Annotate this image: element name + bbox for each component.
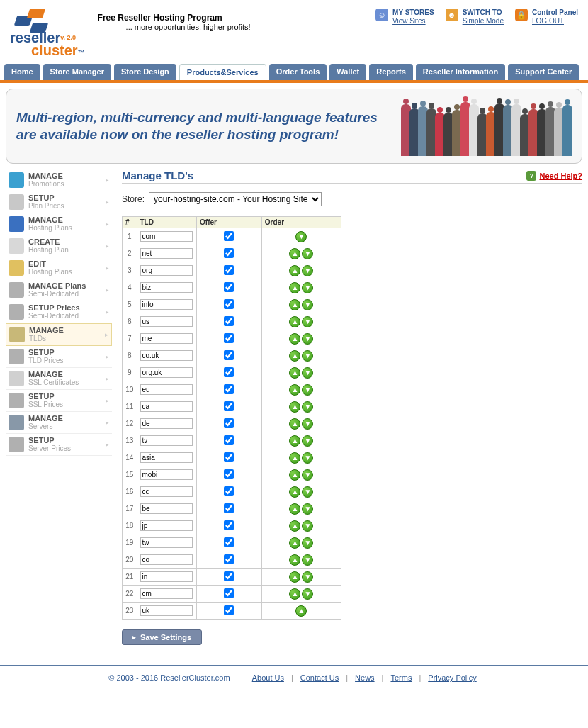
- move-up-button[interactable]: ▲: [289, 435, 300, 447]
- footer-link-about-us[interactable]: About Us: [252, 673, 284, 682]
- sidebar-item-promotions[interactable]: MANAGEPromotions: [6, 169, 112, 191]
- move-up-button[interactable]: ▲: [289, 537, 300, 549]
- move-down-button[interactable]: ▼: [302, 401, 313, 413]
- offer-checkbox[interactable]: [224, 350, 234, 360]
- nav-reports[interactable]: Reports: [369, 64, 413, 80]
- offer-checkbox[interactable]: [224, 418, 234, 428]
- move-down-button[interactable]: ▼: [302, 265, 313, 276]
- offer-checkbox[interactable]: [224, 316, 234, 326]
- tld-input[interactable]: [140, 248, 193, 259]
- tld-input[interactable]: [140, 605, 193, 616]
- move-down-button[interactable]: ▼: [302, 452, 313, 464]
- sidebar-item-semi-dedicated[interactable]: SETUP PricesSemi-Dedicated: [6, 301, 112, 323]
- sidebar-item-ssl-prices[interactable]: SETUPSSL Prices: [6, 390, 112, 412]
- logo[interactable]: resellerv. 2.0 cluster™: [10, 9, 85, 60]
- tld-input[interactable]: [140, 588, 193, 599]
- sidebar-item-tld-prices[interactable]: SETUPTLD Prices: [6, 346, 112, 368]
- offer-checkbox[interactable]: [224, 401, 234, 411]
- offer-checkbox[interactable]: [224, 333, 234, 343]
- footer-link-terms[interactable]: Terms: [390, 673, 412, 682]
- nav-store-manager[interactable]: Store Manager: [43, 64, 111, 80]
- move-up-button[interactable]: ▲: [289, 486, 300, 498]
- footer-link-contact-us[interactable]: Contact Us: [300, 673, 339, 682]
- move-up-button[interactable]: ▲: [289, 554, 300, 566]
- tld-input[interactable]: [140, 469, 193, 480]
- tld-input[interactable]: [140, 299, 193, 310]
- move-down-button[interactable]: ▼: [302, 588, 313, 600]
- move-down-button[interactable]: ▼: [302, 537, 313, 549]
- tld-input[interactable]: [140, 367, 193, 378]
- sidebar-item-hosting-plans[interactable]: EDITHosting Plans: [6, 257, 112, 279]
- move-up-button[interactable]: ▲: [289, 248, 300, 259]
- tld-input[interactable]: [140, 282, 193, 293]
- sidebar-item-plan-prices[interactable]: SETUPPlan Prices: [6, 191, 112, 213]
- offer-checkbox[interactable]: [224, 248, 234, 258]
- tld-input[interactable]: [140, 350, 193, 361]
- tld-input[interactable]: [140, 418, 193, 429]
- move-up-button[interactable]: ▲: [289, 265, 300, 276]
- move-down-button[interactable]: ▼: [302, 554, 313, 566]
- move-down-button[interactable]: ▼: [302, 384, 313, 396]
- offer-checkbox[interactable]: [224, 605, 234, 615]
- header-link-0[interactable]: ☺MY STORESView Sites: [375, 9, 434, 26]
- move-down-button[interactable]: ▼: [302, 503, 313, 515]
- move-up-button[interactable]: ▲: [289, 418, 300, 430]
- sidebar-item-hosting-plan[interactable]: CREATEHosting Plan: [6, 235, 112, 257]
- move-up-button[interactable]: ▲: [289, 350, 300, 362]
- nav-support-center[interactable]: Support Center: [508, 64, 579, 80]
- tld-input[interactable]: [140, 231, 193, 242]
- offer-checkbox[interactable]: [224, 537, 234, 547]
- tld-input[interactable]: [140, 333, 193, 344]
- move-up-button[interactable]: ▲: [289, 520, 300, 532]
- tld-input[interactable]: [140, 435, 193, 446]
- offer-checkbox[interactable]: [224, 588, 234, 598]
- move-down-button[interactable]: ▼: [302, 367, 313, 379]
- offer-checkbox[interactable]: [224, 503, 234, 513]
- nav-order-tools[interactable]: Order Tools: [269, 64, 327, 80]
- tld-input[interactable]: [140, 554, 193, 565]
- tld-input[interactable]: [140, 316, 193, 327]
- tld-input[interactable]: [140, 520, 193, 531]
- tld-input[interactable]: [140, 537, 193, 548]
- nav-products-services[interactable]: Products&Services: [179, 64, 266, 80]
- move-down-button[interactable]: ▼: [302, 248, 313, 259]
- move-up-button[interactable]: ▲: [289, 469, 300, 481]
- sidebar-item-tlds[interactable]: MANAGETLDs: [6, 323, 112, 346]
- offer-checkbox[interactable]: [224, 571, 234, 581]
- tld-input[interactable]: [140, 384, 193, 395]
- tld-input[interactable]: [140, 486, 193, 497]
- offer-checkbox[interactable]: [224, 299, 234, 309]
- sidebar-item-server-prices[interactable]: SETUPServer Prices: [6, 434, 112, 456]
- move-up-button[interactable]: ▲: [289, 571, 300, 583]
- header-link-1[interactable]: ☻SWITCH TOSimple Mode: [446, 9, 504, 26]
- tld-input[interactable]: [140, 503, 193, 514]
- move-up-button[interactable]: ▲: [289, 588, 300, 600]
- sidebar-item-ssl-certificates[interactable]: MANAGESSL Certificates: [6, 368, 112, 390]
- move-up-button[interactable]: ▲: [295, 605, 307, 617]
- move-up-button[interactable]: ▲: [289, 401, 300, 413]
- move-down-button[interactable]: ▼: [302, 486, 313, 498]
- move-up-button[interactable]: ▲: [289, 384, 300, 396]
- nav-wallet[interactable]: Wallet: [329, 64, 366, 80]
- tld-input[interactable]: [140, 265, 193, 276]
- move-down-button[interactable]: ▼: [302, 435, 313, 447]
- tld-input[interactable]: [140, 452, 193, 463]
- move-down-button[interactable]: ▼: [302, 282, 313, 293]
- move-up-button[interactable]: ▲: [289, 299, 300, 310]
- move-up-button[interactable]: ▲: [289, 333, 300, 345]
- offer-checkbox[interactable]: [224, 435, 234, 445]
- sidebar-item-semi-dedicated[interactable]: MANAGE PlansSemi-Dedicated: [6, 279, 112, 301]
- offer-checkbox[interactable]: [224, 282, 234, 292]
- move-down-button[interactable]: ▼: [302, 316, 313, 327]
- move-up-button[interactable]: ▲: [289, 503, 300, 515]
- footer-link-privacy-policy[interactable]: Privacy Policy: [428, 673, 476, 682]
- sidebar-item-servers[interactable]: MANAGEServers: [6, 412, 112, 434]
- offer-checkbox[interactable]: [224, 486, 234, 496]
- offer-checkbox[interactable]: [224, 231, 234, 241]
- offer-checkbox[interactable]: [224, 520, 234, 530]
- save-settings-button[interactable]: Save Settings: [122, 629, 202, 645]
- offer-checkbox[interactable]: [224, 367, 234, 377]
- move-up-button[interactable]: ▲: [289, 367, 300, 379]
- tld-input[interactable]: [140, 571, 193, 582]
- need-help-link[interactable]: ? Need Help?: [526, 171, 582, 181]
